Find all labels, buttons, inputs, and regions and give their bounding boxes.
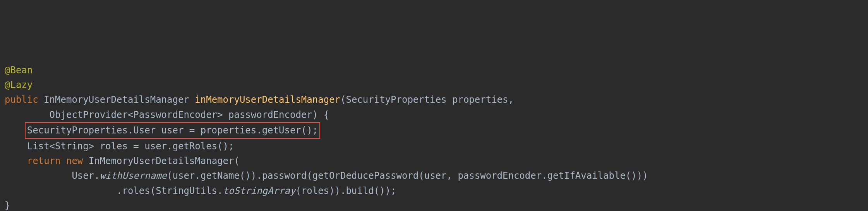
close-brace: } [5, 200, 10, 211]
keyword-return: return [27, 156, 61, 166]
annotation-bean: @Bean [5, 65, 33, 76]
method-name: inMemoryUserDetailsManager [195, 94, 340, 105]
param-name: passwordEncoder [228, 109, 312, 120]
call-chain: (user.getName()).password(getOrDeducePas… [167, 170, 648, 181]
code-line: ObjectProvider<PasswordEncoder> password… [5, 107, 863, 122]
code-line: .roles(StringUtils.toStringArray(roles))… [5, 183, 863, 198]
code-line: @Bean [5, 63, 863, 78]
code-line: List<String> roles = user.getRoles(); [5, 139, 863, 154]
return-type: InMemoryUserDetailsManager [44, 94, 189, 105]
keyword-new: new [66, 156, 83, 166]
code-line: @Lazy [5, 78, 863, 92]
dot: . [94, 170, 99, 181]
paren-open: ( [234, 156, 239, 166]
param-type: ObjectProvider<PasswordEncoder> [50, 109, 223, 120]
call-suffix: (roles)).build()); [295, 185, 396, 196]
param-name: properties [452, 94, 508, 105]
code-line: public InMemoryUserDetailsManager inMemo… [5, 92, 863, 107]
highlighted-line: SecurityProperties.User user = propertie… [27, 125, 318, 136]
code-line: SecurityProperties.User user = propertie… [5, 122, 863, 138]
class-ref: User [72, 170, 94, 181]
comma: , [508, 94, 513, 105]
paren-close-brace: ) { [312, 109, 329, 120]
code-line: } [5, 198, 863, 211]
static-method: toStringArray [223, 185, 296, 196]
annotation-lazy: @Lazy [5, 80, 33, 90]
paren-open: ( [340, 94, 346, 105]
highlighted-code-box: SecurityProperties.User user = propertie… [25, 122, 320, 138]
keyword-public: public [5, 94, 38, 105]
static-method: withUsername [100, 170, 167, 181]
code-line: User.withUsername(user.getName()).passwo… [5, 168, 863, 183]
call-prefix: .roles(StringUtils. [5, 185, 223, 196]
param-type: SecurityProperties [346, 94, 446, 105]
constructor-type: InMemoryUserDetailsManager [89, 156, 234, 166]
code-editor: @Bean@Lazypublic InMemoryUserDetailsMana… [5, 63, 863, 211]
code-line: return new InMemoryUserDetailsManager( [5, 154, 863, 168]
